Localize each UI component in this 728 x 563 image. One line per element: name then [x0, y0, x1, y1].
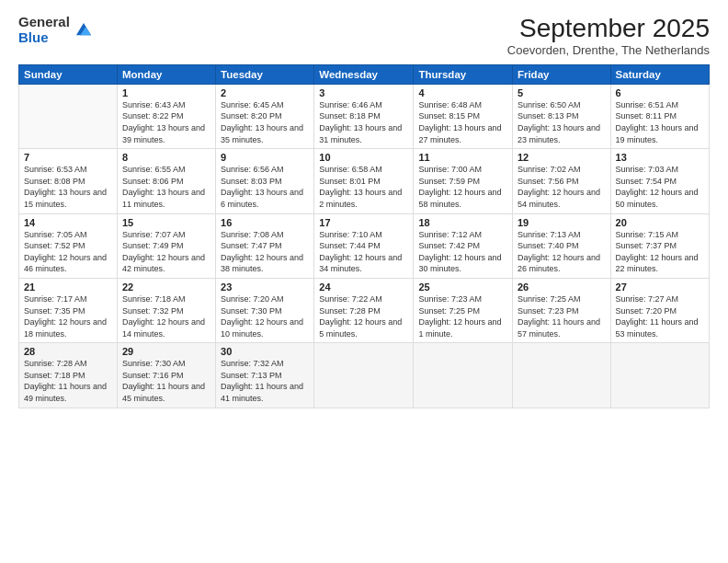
day-cell [512, 343, 610, 408]
day-cell: 7Sunrise: 6:53 AMSunset: 8:08 PMDaylight… [19, 149, 118, 213]
day-info: Sunrise: 7:13 AMSunset: 7:40 PMDaylight:… [518, 229, 606, 275]
day-number: 22 [122, 282, 210, 293]
day-cell: 16Sunrise: 7:08 AMSunset: 7:47 PMDayligh… [216, 213, 314, 278]
weekday-header: Wednesday [314, 64, 414, 84]
day-number: 28 [24, 346, 112, 357]
day-number: 20 [616, 217, 704, 228]
day-info: Sunrise: 7:12 AMSunset: 7:42 PMDaylight:… [418, 229, 507, 275]
day-number: 27 [616, 282, 704, 293]
day-info: Sunrise: 7:18 AMSunset: 7:32 PMDaylight:… [122, 293, 210, 339]
day-info: Sunrise: 6:58 AMSunset: 8:01 PMDaylight:… [319, 164, 408, 210]
day-number: 17 [319, 217, 408, 228]
day-cell [19, 84, 118, 148]
day-info: Sunrise: 7:10 AMSunset: 7:44 PMDaylight:… [319, 229, 408, 275]
day-cell: 14Sunrise: 7:05 AMSunset: 7:52 PMDayligh… [19, 213, 118, 278]
day-number: 15 [122, 217, 210, 228]
day-number: 23 [221, 282, 309, 293]
day-number: 6 [616, 87, 704, 98]
day-cell: 29Sunrise: 7:30 AMSunset: 7:16 PMDayligh… [117, 343, 215, 408]
day-info: Sunrise: 7:23 AMSunset: 7:25 PMDaylight:… [418, 293, 507, 339]
day-info: Sunrise: 6:55 AMSunset: 8:06 PMDaylight:… [122, 164, 210, 210]
day-number: 24 [319, 282, 408, 293]
day-info: Sunrise: 7:05 AMSunset: 7:52 PMDaylight:… [24, 229, 112, 275]
day-number: 19 [518, 217, 606, 228]
day-number: 7 [24, 152, 112, 163]
day-cell: 30Sunrise: 7:32 AMSunset: 7:13 PMDayligh… [216, 343, 314, 408]
day-info: Sunrise: 6:51 AMSunset: 8:11 PMDaylight:… [616, 99, 704, 145]
week-row: 7Sunrise: 6:53 AMSunset: 8:08 PMDaylight… [19, 149, 710, 213]
day-number: 16 [221, 217, 309, 228]
day-info: Sunrise: 6:43 AMSunset: 8:22 PMDaylight:… [122, 99, 210, 145]
calendar: SundayMondayTuesdayWednesdayThursdayFrid… [18, 64, 710, 408]
day-number: 2 [221, 87, 309, 98]
week-row: 21Sunrise: 7:17 AMSunset: 7:35 PMDayligh… [19, 278, 710, 342]
header-row: SundayMondayTuesdayWednesdayThursdayFrid… [19, 64, 710, 84]
day-info: Sunrise: 6:45 AMSunset: 8:20 PMDaylight:… [221, 99, 309, 145]
day-info: Sunrise: 7:08 AMSunset: 7:47 PMDaylight:… [221, 229, 309, 275]
day-info: Sunrise: 7:30 AMSunset: 7:16 PMDaylight:… [122, 358, 210, 404]
week-row: 28Sunrise: 7:28 AMSunset: 7:18 PMDayligh… [19, 343, 710, 408]
day-number: 21 [24, 282, 112, 293]
weekday-header: Friday [512, 64, 610, 84]
day-number: 14 [24, 217, 112, 228]
day-number: 29 [122, 346, 210, 357]
day-cell: 22Sunrise: 7:18 AMSunset: 7:32 PMDayligh… [117, 278, 215, 342]
day-cell: 23Sunrise: 7:20 AMSunset: 7:30 PMDayligh… [216, 278, 314, 342]
day-number: 3 [319, 87, 408, 98]
location: Coevorden, Drenthe, The Netherlands [507, 43, 710, 57]
logo-general: General [18, 15, 70, 30]
day-cell: 8Sunrise: 6:55 AMSunset: 8:06 PMDaylight… [117, 149, 215, 213]
day-cell: 10Sunrise: 6:58 AMSunset: 8:01 PMDayligh… [314, 149, 414, 213]
day-cell: 2Sunrise: 6:45 AMSunset: 8:20 PMDaylight… [216, 84, 314, 148]
day-cell: 11Sunrise: 7:00 AMSunset: 7:59 PMDayligh… [414, 149, 513, 213]
logo: General Blue [18, 15, 94, 45]
day-info: Sunrise: 7:20 AMSunset: 7:30 PMDaylight:… [221, 293, 309, 339]
day-cell: 4Sunrise: 6:48 AMSunset: 8:15 PMDaylight… [414, 84, 513, 148]
day-number: 18 [418, 217, 507, 228]
day-info: Sunrise: 7:02 AMSunset: 7:56 PMDaylight:… [518, 164, 606, 210]
header: General Blue September 2025 Coevorden, D… [18, 15, 710, 57]
day-cell: 19Sunrise: 7:13 AMSunset: 7:40 PMDayligh… [512, 213, 610, 278]
logo-blue: Blue [18, 30, 70, 46]
day-cell: 20Sunrise: 7:15 AMSunset: 7:37 PMDayligh… [610, 213, 709, 278]
day-info: Sunrise: 7:28 AMSunset: 7:18 PMDaylight:… [24, 358, 112, 404]
weekday-header: Monday [117, 64, 215, 84]
day-number: 26 [518, 282, 606, 293]
day-number: 9 [221, 152, 309, 163]
day-info: Sunrise: 6:56 AMSunset: 8:03 PMDaylight:… [221, 164, 309, 210]
week-row: 1Sunrise: 6:43 AMSunset: 8:22 PMDaylight… [19, 84, 710, 148]
day-cell [314, 343, 414, 408]
day-cell: 27Sunrise: 7:27 AMSunset: 7:20 PMDayligh… [610, 278, 709, 342]
day-cell: 17Sunrise: 7:10 AMSunset: 7:44 PMDayligh… [314, 213, 414, 278]
day-info: Sunrise: 7:03 AMSunset: 7:54 PMDaylight:… [616, 164, 704, 210]
day-cell [414, 343, 513, 408]
logo-icon [74, 20, 94, 40]
weekday-header: Sunday [19, 64, 118, 84]
weekday-header: Saturday [610, 64, 709, 84]
day-number: 10 [319, 152, 408, 163]
day-info: Sunrise: 7:22 AMSunset: 7:28 PMDaylight:… [319, 293, 408, 339]
day-cell [610, 343, 709, 408]
day-cell: 9Sunrise: 6:56 AMSunset: 8:03 PMDaylight… [216, 149, 314, 213]
day-number: 25 [418, 282, 507, 293]
day-cell: 15Sunrise: 7:07 AMSunset: 7:49 PMDayligh… [117, 213, 215, 278]
day-number: 30 [221, 346, 309, 357]
day-cell: 5Sunrise: 6:50 AMSunset: 8:13 PMDaylight… [512, 84, 610, 148]
weekday-header: Thursday [414, 64, 513, 84]
day-cell: 6Sunrise: 6:51 AMSunset: 8:11 PMDaylight… [610, 84, 709, 148]
day-info: Sunrise: 7:17 AMSunset: 7:35 PMDaylight:… [24, 293, 112, 339]
month-title: September 2025 [507, 15, 710, 43]
day-number: 1 [122, 87, 210, 98]
day-info: Sunrise: 6:48 AMSunset: 8:15 PMDaylight:… [418, 99, 507, 145]
logo-text: General Blue [18, 15, 70, 45]
week-row: 14Sunrise: 7:05 AMSunset: 7:52 PMDayligh… [19, 213, 710, 278]
day-number: 4 [418, 87, 507, 98]
day-info: Sunrise: 7:15 AMSunset: 7:37 PMDaylight:… [616, 229, 704, 275]
day-cell: 1Sunrise: 6:43 AMSunset: 8:22 PMDaylight… [117, 84, 215, 148]
day-cell: 12Sunrise: 7:02 AMSunset: 7:56 PMDayligh… [512, 149, 610, 213]
day-info: Sunrise: 6:50 AMSunset: 8:13 PMDaylight:… [518, 99, 606, 145]
day-number: 5 [518, 87, 606, 98]
page: General Blue September 2025 Coevorden, D… [0, 0, 728, 563]
title-section: September 2025 Coevorden, Drenthe, The N… [507, 15, 710, 57]
day-number: 13 [616, 152, 704, 163]
